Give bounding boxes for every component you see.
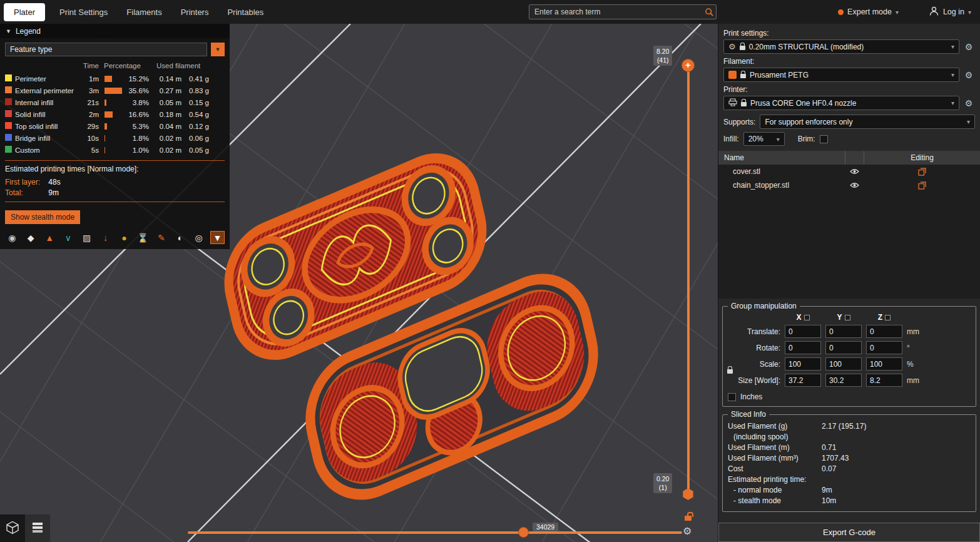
scale-z-input[interactable]: [866, 357, 902, 371]
feature-percentage: 5.3%: [125, 123, 151, 130]
feature-weight: 0.06 g: [184, 135, 212, 142]
move-slider-value: 34029: [533, 523, 558, 531]
feature-bar-fill: [105, 76, 112, 82]
rotate-y-input[interactable]: [825, 341, 862, 354]
printer-select[interactable]: Prusa CORE One HF0.4 nozzle ▾: [723, 96, 959, 110]
feature-weight: 0.15 g: [184, 99, 212, 106]
slider-settings-gear-icon[interactable]: ⚙: [683, 525, 692, 537]
visibility-eye-icon[interactable]: [845, 182, 864, 188]
filament-gear-icon[interactable]: ⚙: [962, 70, 975, 80]
brim-checkbox[interactable]: [820, 135, 828, 143]
color-changes-icon[interactable]: ▲: [43, 231, 57, 244]
tool-marker-icon[interactable]: ▼: [210, 231, 225, 244]
filament-label: Filament:: [723, 57, 975, 66]
feature-percentage: 16.6%: [125, 111, 151, 118]
translate-y-input[interactable]: [825, 325, 862, 338]
print-settings-select[interactable]: ⚙ 0.20mm STRUCTURAL (modified) ▾: [723, 39, 959, 54]
legend-row[interactable]: Bridge infill 10s 1.8% 0.02 m 0.06 g: [5, 132, 225, 144]
tab-print-settings[interactable]: Print Settings: [50, 1, 117, 23]
login-button[interactable]: Log in ▾: [929, 0, 971, 24]
rotate-x-input[interactable]: [785, 341, 821, 354]
axis-x-toggle-icon[interactable]: [804, 315, 810, 320]
translate-z-input[interactable]: [866, 325, 902, 338]
col-time: Time: [80, 62, 101, 69]
right-panel: Print settings: ⚙ 0.20mm STRUCTURAL (mod…: [718, 24, 980, 542]
shells-toggle-icon[interactable]: ◐: [173, 231, 187, 244]
rotate-z-input[interactable]: [866, 341, 902, 354]
color-print-icon[interactable]: ◉: [5, 231, 19, 244]
legend-row[interactable]: Top solid infill 29s 5.3% 0.04 m 0.12 g: [5, 120, 225, 132]
custom-gcodes-icon[interactable]: ✎: [155, 231, 169, 244]
filament-select[interactable]: Prusament PETG ▾: [723, 68, 959, 82]
feature-time: 29s: [80, 123, 101, 130]
deretractions-icon[interactable]: ●: [117, 231, 131, 244]
tab-filaments[interactable]: Filaments: [117, 1, 171, 23]
login-label: Log in: [943, 8, 964, 16]
legend-row[interactable]: Solid infill 2m 16.6% 0.18 m 0.54 g: [5, 108, 225, 120]
pause-prints-icon[interactable]: ⌛: [136, 231, 150, 244]
printer-gear-icon[interactable]: ⚙: [962, 98, 975, 108]
feature-name: Bridge infill: [15, 135, 80, 142]
infill-value: 20%: [748, 135, 763, 143]
legend-row[interactable]: Internal infill 21s 3.8% 0.05 m 0.15 g: [5, 96, 225, 108]
printer-icon: [728, 98, 737, 108]
view-type-dropdown-button[interactable]: ▼: [211, 43, 225, 56]
feature-name: External perimeter: [15, 87, 80, 95]
scale-lock-icon[interactable]: [727, 369, 733, 374]
mode-selector[interactable]: Expert mode ▾: [838, 0, 899, 24]
infill-select[interactable]: 20% ▾: [743, 132, 785, 146]
size-y-input[interactable]: [825, 374, 862, 387]
axis-z-toggle-icon[interactable]: [885, 315, 891, 320]
preview-view-button[interactable]: [25, 514, 50, 542]
layer-slider-top-handle[interactable]: +: [681, 59, 695, 72]
feature-bar-fill: [105, 111, 113, 118]
size-z-input[interactable]: [866, 374, 902, 387]
travel-moves-icon[interactable]: ∨: [61, 231, 75, 244]
editor-view-button[interactable]: [0, 514, 25, 542]
view-type-select[interactable]: Feature type: [5, 43, 207, 56]
print-settings-gear-icon[interactable]: ⚙: [962, 42, 975, 52]
feature-color-swatch: [5, 110, 12, 117]
edit-object-icon[interactable]: [864, 182, 980, 190]
search-icon[interactable]: [702, 8, 716, 17]
collapse-icon: ▼: [6, 28, 11, 34]
translate-label: Translate:: [728, 327, 780, 336]
tab-printables[interactable]: Printables: [218, 1, 273, 23]
legend-row[interactable]: Custom 5s 1.0% 0.02 m 0.05 g: [5, 144, 225, 156]
visibility-column: [845, 151, 864, 165]
move-slider-handle[interactable]: [518, 527, 529, 538]
translate-x-input[interactable]: [785, 325, 821, 338]
move-slider-track[interactable]: [188, 531, 682, 534]
layer-slider-top-label: 8.20 (41): [653, 46, 672, 66]
tab-printers[interactable]: Printers: [171, 1, 218, 23]
scale-y-input[interactable]: [825, 357, 862, 371]
total-time-value: 9m: [48, 188, 59, 197]
inches-checkbox[interactable]: [728, 393, 736, 401]
size-x-input[interactable]: [785, 374, 821, 387]
wipe-moves-icon[interactable]: ▨: [79, 231, 94, 244]
show-stealth-mode-button[interactable]: Show stealth mode: [5, 210, 80, 224]
center-of-gravity-icon[interactable]: ◎: [191, 231, 206, 244]
object-row-cover[interactable]: cover.stl: [718, 165, 980, 178]
first-layer-value: 48s: [48, 178, 60, 187]
object-list: Name Editing cover.stl chain_stopper.stl: [718, 151, 980, 299]
layer-slider-track[interactable]: [687, 65, 690, 493]
search-input[interactable]: [529, 8, 702, 16]
legend-column-headers: Time Percentage Used filament: [5, 61, 225, 71]
legend-header[interactable]: ▼ Legend: [0, 24, 230, 38]
tab-plater[interactable]: Plater: [4, 3, 45, 21]
supports-select[interactable]: For support enforcers only ▾: [760, 115, 975, 129]
export-gcode-button[interactable]: Export G-code: [718, 523, 980, 542]
visibility-eye-icon[interactable]: [845, 168, 864, 175]
retractions-icon[interactable]: ↓: [98, 231, 113, 244]
filament-color-swatch: [728, 71, 737, 79]
slider-lock-icon[interactable]: [685, 516, 692, 521]
object-row-chain-stopper[interactable]: chain_stopper.stl: [718, 178, 980, 192]
feature-color-swatch: [5, 86, 12, 93]
legend-row[interactable]: External perimeter 3m 35.6% 0.27 m 0.83 …: [5, 84, 225, 96]
scale-x-input[interactable]: [785, 357, 821, 371]
legend-row[interactable]: Perimeter 1m 15.2% 0.14 m 0.41 g: [5, 73, 225, 84]
axis-y-toggle-icon[interactable]: [845, 315, 850, 320]
shells-icon[interactable]: ◆: [24, 231, 38, 244]
edit-object-icon[interactable]: [864, 168, 980, 176]
